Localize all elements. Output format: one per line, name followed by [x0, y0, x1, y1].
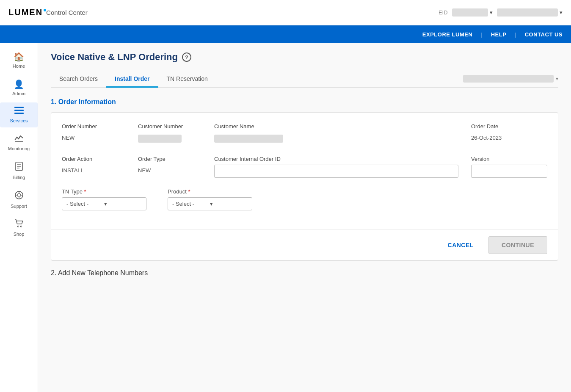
top-header: LUMEN Control Center EID XXXXXXXX ▾ XXXX… — [0, 0, 571, 25]
nav-divider-2: | — [515, 31, 516, 38]
help-link[interactable]: HELP — [491, 31, 507, 38]
tab-tn-reservation[interactable]: TN Reservation — [158, 71, 216, 88]
tabs-container: Search Orders Install Order TN Reservati… — [51, 71, 558, 88]
version-label: Version — [471, 156, 547, 162]
customer-number-blur: XXXXX — [138, 135, 182, 143]
eid-value: XXXXXXXX — [452, 8, 488, 17]
order-date-label: Order Date — [471, 123, 547, 130]
form-row-2: Order Action INSTALL Order Type NEW Cust… — [62, 156, 547, 178]
eid-chevron-icon: ▾ — [490, 9, 493, 16]
svg-point-14 — [20, 226, 22, 227]
billing-icon — [15, 162, 23, 173]
tab-right-info: XXXXXXX XXXXXXX XXX X ▾ — [463, 75, 558, 87]
sidebar-label-billing: Billing — [13, 175, 25, 180]
tn-type-field: TN Type * - Select - ▾ — [62, 188, 155, 210]
admin-icon: 👤 — [14, 79, 24, 89]
sidebar-label-shop: Shop — [14, 232, 25, 237]
order-type-value: NEW — [138, 165, 201, 176]
sidebar-item-shop[interactable]: Shop — [0, 215, 38, 241]
tn-type-label: TN Type * — [62, 188, 155, 195]
customer-name-label: Customer Name — [214, 123, 458, 130]
form-body: Order Number NEW Customer Number XXXXX C… — [51, 113, 558, 229]
home-icon: 🏠 — [14, 52, 24, 62]
header-right: EID XXXXXXXX ▾ XXXXXXXXXXXX ▾ — [439, 8, 563, 17]
product-chevron-icon: ▾ — [210, 201, 248, 207]
page-title-area: Voice Native & LNP Ordering ? — [51, 52, 558, 63]
version-input[interactable] — [471, 165, 547, 178]
svg-point-13 — [17, 226, 19, 227]
form-footer: CANCEL CONTINUE — [51, 229, 558, 260]
form-row-3: TN Type * - Select - ▾ Product * — [62, 188, 547, 210]
services-icon — [14, 107, 24, 116]
cust-internal-order-id-field: Customer Internal Order ID — [214, 156, 458, 178]
sidebar: 🏠 Home 👤 Admin Services — [0, 43, 38, 392]
order-date-value: 26-Oct-2023 — [471, 132, 547, 144]
svg-point-8 — [17, 193, 21, 197]
order-type-field: Order Type NEW — [138, 156, 201, 178]
blue-nav-bar: EXPLORE LUMEN | HELP | CONTACT US — [0, 25, 571, 43]
eid-dropdown[interactable]: XXXXXXXX ▾ — [452, 8, 493, 17]
sidebar-item-admin[interactable]: 👤 Admin — [0, 75, 38, 100]
tab-search-orders[interactable]: Search Orders — [51, 71, 106, 88]
monitoring-icon — [14, 134, 24, 144]
customer-number-field: Customer Number XXXXX — [138, 123, 201, 145]
order-number-label: Order Number — [62, 123, 125, 130]
tab-install-order[interactable]: Install Order — [106, 71, 158, 88]
sidebar-item-services[interactable]: Services — [0, 102, 38, 127]
order-action-value: INSTALL — [62, 165, 125, 176]
section-1-title: 1. Order Information — [51, 98, 558, 106]
order-information-card: Order Number NEW Customer Number XXXXX C… — [51, 112, 558, 261]
nav-divider-1: | — [481, 31, 482, 38]
cust-internal-order-id-input[interactable] — [214, 165, 458, 178]
contact-us-link[interactable]: CONTACT US — [525, 31, 563, 38]
shop-icon — [14, 219, 24, 230]
sidebar-label-support: Support — [11, 204, 27, 209]
help-icon[interactable]: ? — [182, 52, 191, 62]
section-2-label: Add New Telephone Numbers — [58, 269, 148, 276]
cancel-button[interactable]: CANCEL — [439, 237, 482, 253]
sidebar-label-monitoring: Monitoring — [8, 146, 30, 151]
app-title: Control Center — [46, 9, 88, 16]
order-type-label: Order Type — [138, 156, 201, 162]
main-content: Voice Native & LNP Ordering ? Search Ord… — [38, 43, 571, 392]
customer-name-field: Customer Name XXXXXXX XXX X — [214, 123, 458, 145]
version-field: Version — [471, 156, 547, 178]
product-required-indicator: * — [188, 188, 190, 195]
tab-right-text: XXXXXXX XXXXXXX XXX X — [463, 75, 554, 83]
sidebar-item-monitoring[interactable]: Monitoring — [0, 130, 38, 155]
user-dropdown[interactable]: XXXXXXXXXXXX ▾ — [497, 8, 563, 17]
order-action-field: Order Action INSTALL — [62, 156, 125, 178]
sidebar-label-home: Home — [13, 63, 25, 69]
customer-number-label: Customer Number — [138, 123, 201, 130]
svg-rect-1 — [14, 110, 24, 111]
tab-right-chevron-icon: ▾ — [556, 76, 558, 82]
page-title: Voice Native & LNP Ordering — [51, 52, 178, 63]
continue-button[interactable]: CONTINUE — [488, 236, 547, 254]
customer-name-blur: XXXXXXX XXX X — [214, 135, 283, 143]
logo-text: LUMEN — [8, 8, 43, 17]
sidebar-item-billing[interactable]: Billing — [0, 157, 38, 184]
customer-number-value: XXXXX — [138, 132, 201, 145]
logo: LUMEN — [8, 8, 46, 17]
sidebar-label-admin: Admin — [12, 91, 25, 96]
product-select[interactable]: - Select - ▾ — [168, 197, 252, 210]
order-number-field: Order Number NEW — [62, 123, 125, 145]
product-label: Product * — [168, 188, 261, 195]
section-1-label: Order Information — [58, 98, 116, 105]
section-2-title: 2. Add New Telephone Numbers — [51, 269, 558, 277]
eid-label: EID — [439, 9, 448, 16]
main-layout: 🏠 Home 👤 Admin Services — [0, 43, 571, 392]
cust-internal-order-id-label: Customer Internal Order ID — [214, 156, 458, 162]
tn-type-select[interactable]: - Select - ▾ — [62, 197, 146, 210]
sidebar-item-home[interactable]: 🏠 Home — [0, 47, 38, 73]
order-date-field: Order Date 26-Oct-2023 — [471, 123, 547, 145]
sidebar-item-support[interactable]: Support — [0, 186, 38, 213]
form-row-1: Order Number NEW Customer Number XXXXX C… — [62, 123, 547, 145]
tn-type-chevron-icon: ▾ — [104, 201, 142, 207]
user-chevron-icon: ▾ — [560, 9, 563, 16]
product-select-value: - Select - — [172, 201, 210, 207]
explore-lumen-link[interactable]: EXPLORE LUMEN — [422, 31, 472, 38]
support-icon — [14, 190, 24, 202]
svg-rect-2 — [14, 113, 24, 114]
section-2-number: 2. — [51, 269, 56, 276]
